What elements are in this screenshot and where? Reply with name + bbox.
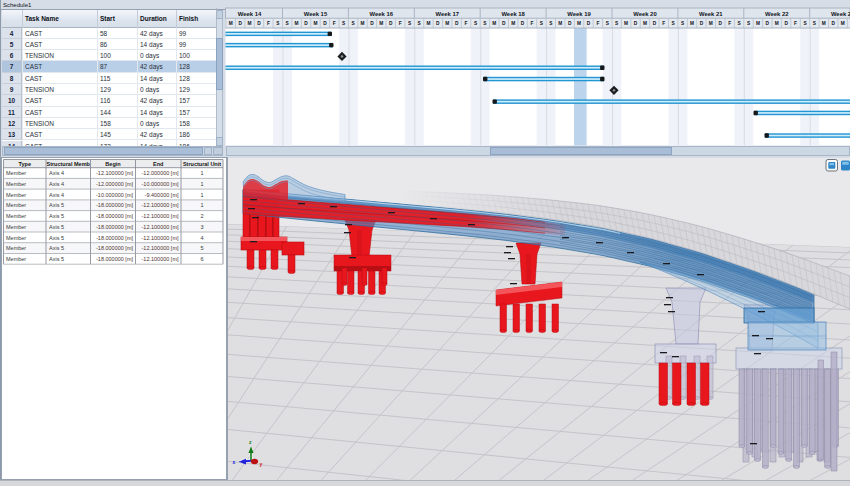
svg-text:y: y (260, 461, 263, 467)
svg-text:x: x (233, 459, 236, 465)
